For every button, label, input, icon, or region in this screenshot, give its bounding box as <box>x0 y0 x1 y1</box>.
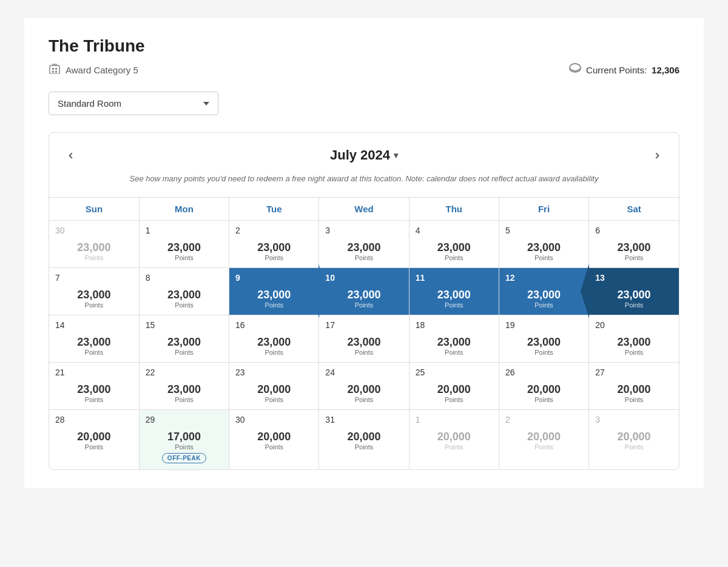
calendar-cell[interactable]: 1923,000Points <box>499 315 588 362</box>
day-points: 23,000 <box>527 336 561 349</box>
calendar-cell[interactable]: 223,000Points <box>229 220 319 267</box>
day-number: 1 <box>416 415 493 424</box>
calendar-cell[interactable]: 320,000Points <box>589 409 679 469</box>
calendar-cell[interactable]: 1723,000Points <box>319 315 409 362</box>
calendar-cell[interactable]: 623,000Points <box>589 220 679 267</box>
svg-rect-3 <box>52 71 54 73</box>
day-number: 11 <box>416 273 493 283</box>
calendar-cell[interactable]: 220,000Points <box>499 409 588 469</box>
calendar-cell[interactable]: 2023,000Points <box>589 315 679 362</box>
day-content: 23,000Points <box>595 239 673 261</box>
calendar-cell[interactable]: 3023,000Points <box>49 220 139 267</box>
calendar-cell[interactable]: 120,000Points <box>409 409 499 469</box>
day-number: 2 <box>505 415 582 424</box>
calendar-cell[interactable]: 3020,000Points <box>229 409 319 469</box>
day-number: 22 <box>146 367 223 377</box>
day-points: 23,000 <box>527 241 561 254</box>
calendar-cell[interactable]: 1123,000Points <box>409 267 499 315</box>
day-content: 23,000Points <box>146 334 223 356</box>
day-content: 20,000Points <box>325 428 402 451</box>
day-points: 23,000 <box>347 336 380 349</box>
day-points: 20,000 <box>527 383 561 396</box>
day-points: 20,000 <box>257 383 291 396</box>
calendar-cell[interactable]: 823,000Points <box>139 267 229 315</box>
award-category: Award Category 5 <box>49 63 138 77</box>
calendar-header: ‹ July 2024 ▾ › <box>49 133 679 173</box>
calendar-cell[interactable]: 2620,000Points <box>499 362 588 409</box>
calendar-cell[interactable]: 523,000Points <box>499 220 588 267</box>
day-points: 20,000 <box>347 383 380 396</box>
calendar-row-1: 723,000Points823,000Points923,000Points1… <box>49 267 679 315</box>
col-header-mon: Mon <box>139 197 229 220</box>
day-label: Points <box>534 396 553 403</box>
day-points: 20,000 <box>618 431 651 443</box>
day-number: 5 <box>505 226 582 235</box>
month-dropdown-arrow: ▾ <box>394 150 398 160</box>
day-number: 29 <box>146 415 223 424</box>
day-content: 23,000Points <box>55 239 133 261</box>
calendar-cell[interactable]: 1023,000Points <box>319 267 409 315</box>
day-content: 23,000Points <box>146 286 223 309</box>
calendar-cell[interactable]: 2320,000Points <box>229 362 319 409</box>
calendar-cell[interactable]: 3120,000Points <box>319 409 409 469</box>
calendar-header-row: Sun Mon Tue Wed Thu Fri Sat <box>49 197 679 220</box>
calendar-cell[interactable]: 2520,000Points <box>409 362 499 409</box>
day-number: 2 <box>235 226 312 235</box>
day-number: 8 <box>146 273 223 283</box>
day-label: Points <box>85 396 104 403</box>
calendar-cell[interactable]: 2917,000PointsOFF-PEAK <box>139 409 229 469</box>
col-header-tue: Tue <box>229 197 319 220</box>
calendar-cell[interactable]: 1323,000Points <box>589 267 679 315</box>
room-select[interactable]: Standard Room Deluxe Room Suite <box>49 92 218 115</box>
svg-rect-4 <box>55 71 57 73</box>
calendar-cell[interactable]: 1623,000Points <box>229 315 319 362</box>
calendar-cell[interactable]: 2223,000Points <box>139 362 229 409</box>
prev-month-button[interactable]: ‹ <box>61 145 80 166</box>
calendar-cell[interactable]: 1823,000Points <box>409 315 499 362</box>
day-label: Points <box>355 254 374 261</box>
day-points: 23,000 <box>257 336 291 349</box>
calendar-grid: Sun Mon Tue Wed Thu Fri Sat 3023,000Poin… <box>49 197 679 469</box>
day-content: 23,000Points <box>416 239 493 261</box>
calendar-cell[interactable]: 323,000Points <box>319 220 409 267</box>
day-points: 23,000 <box>618 289 651 301</box>
day-number: 18 <box>416 320 493 330</box>
calendar-cell[interactable]: 723,000Points <box>49 267 139 315</box>
day-label: Points <box>445 254 463 261</box>
day-content: 20,000Points <box>595 381 673 403</box>
calendar-cell[interactable]: 423,000Points <box>409 220 499 267</box>
col-header-wed: Wed <box>319 197 409 220</box>
day-content: 20,000Points <box>416 381 493 403</box>
col-header-thu: Thu <box>409 197 499 220</box>
day-content: 20,000Points <box>505 428 582 451</box>
calendar-cell[interactable]: 2123,000Points <box>49 362 139 409</box>
calendar-cell[interactable]: 123,000Points <box>139 220 229 267</box>
day-number: 21 <box>55 367 133 377</box>
calendar-cell[interactable]: 2820,000Points <box>49 409 139 469</box>
calendar-container: ‹ July 2024 ▾ › See how many points you'… <box>49 132 679 470</box>
month-title-text: July 2024 <box>330 147 390 163</box>
day-label: Points <box>355 396 374 403</box>
day-content: 23,000Points <box>595 334 673 356</box>
day-number: 16 <box>235 320 312 330</box>
day-content: 20,000Points <box>595 428 673 451</box>
day-points: 23,000 <box>437 241 471 254</box>
day-points: 23,000 <box>347 289 380 301</box>
day-points: 23,000 <box>167 241 201 254</box>
day-number: 7 <box>55 273 133 283</box>
calendar-cell[interactable]: 1223,000Points <box>499 267 588 315</box>
current-points: Current Points: 12,306 <box>569 63 679 77</box>
calendar-cell[interactable]: 2720,000Points <box>589 362 679 409</box>
svg-rect-0 <box>50 65 59 74</box>
day-number: 1 <box>146 226 223 235</box>
day-points: 20,000 <box>618 383 651 396</box>
day-number: 27 <box>595 367 673 377</box>
day-label: Points <box>175 443 194 451</box>
next-month-button[interactable]: › <box>648 145 667 166</box>
calendar-cell[interactable]: 1423,000Points <box>49 315 139 362</box>
calendar-cell[interactable]: 2420,000Points <box>319 362 409 409</box>
calendar-cell[interactable]: 923,000Points <box>229 267 319 315</box>
day-content: 17,000PointsOFF-PEAK <box>146 428 223 463</box>
calendar-cell[interactable]: 1523,000Points <box>139 315 229 362</box>
day-content: 23,000Points <box>146 381 223 403</box>
